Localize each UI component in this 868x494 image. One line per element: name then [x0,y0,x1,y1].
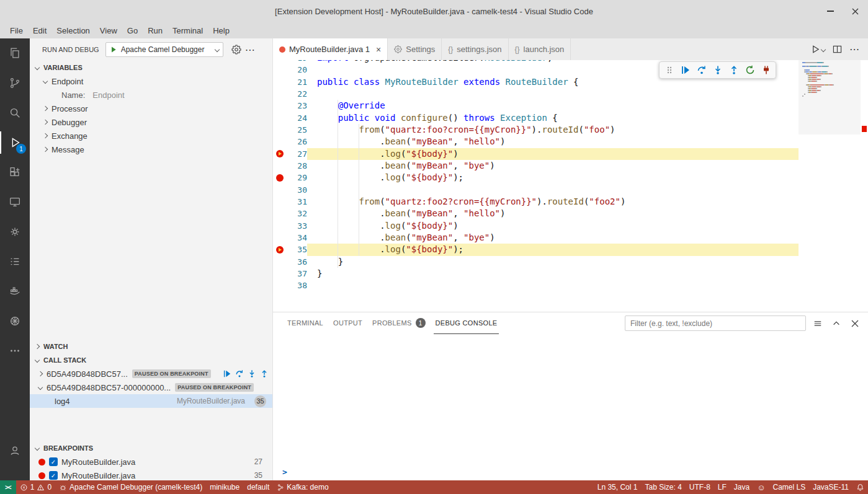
glyph-margin[interactable] [273,208,287,219]
editor-more-actions-icon[interactable]: ⋯ [849,43,859,55]
feedback-smiley-icon[interactable]: ☺ [753,480,769,494]
menu-file[interactable]: File [5,24,28,37]
console-filter-input[interactable] [625,315,806,331]
glyph-margin[interactable] [273,88,287,100]
continue-button[interactable] [678,63,692,77]
variable-debugger[interactable]: Debugger [30,115,272,129]
step-out-button[interactable] [727,63,741,77]
step-into-button[interactable] [710,63,725,77]
call-stack-frame[interactable]: 6D5A49D848DBC57... PAUSED ON BREAKPOINT [30,367,272,381]
start-debugging-icon[interactable] [110,46,117,53]
menu-run[interactable]: Run [143,24,168,37]
run-java-button[interactable] [811,45,825,54]
menu-edit[interactable]: Edit [28,24,51,37]
code-text[interactable]: } [307,256,799,268]
code-text[interactable]: .log("${body}"); [307,172,799,183]
call-stack-section-header[interactable]: CALL STACK [30,353,272,367]
code-line[interactable]: 25 from("quartz:foo?cron={{myCron}}").ro… [273,124,799,136]
breakpoint-checkbox[interactable]: ✓ [49,471,58,480]
remote-explorer-icon[interactable] [0,187,30,217]
glyph-margin[interactable] [273,112,287,124]
code-text[interactable]: public void configure() throws Exception… [307,112,799,124]
problems-status[interactable]: 1 0 [16,480,55,494]
console-options-icon[interactable] [811,317,825,330]
kubernetes-icon[interactable] [0,306,30,336]
code-line[interactable]: 34 .bean("myBean", "bye") [273,232,799,244]
console-prompt-chevron[interactable]: > [282,467,287,477]
close-button[interactable] [847,3,863,19]
menu-view[interactable]: View [95,24,122,37]
breakpoints-section-header[interactable]: BREAKPOINTS [30,441,272,455]
variable-message[interactable]: Message [30,143,272,156]
glyph-margin[interactable] [273,160,287,172]
close-tab-icon[interactable]: × [376,45,381,54]
camel-tools-icon[interactable] [0,217,30,247]
paused-breakpoint-icon[interactable] [273,244,287,255]
breakpoint-item[interactable]: ✓ MyRouteBuilder.java 35 [30,469,272,480]
continue-icon[interactable] [223,369,231,378]
code-line[interactable]: 27 .log("${body}") [273,148,799,160]
tab-output[interactable]: OUTPUT [331,312,364,334]
code-line[interactable]: 30 [273,184,799,196]
breakpoint-item[interactable]: ✓ MyRouteBuilder.java 27 [30,455,272,469]
code-text[interactable] [307,280,799,291]
paused-breakpoint-icon[interactable] [273,148,287,160]
code-line[interactable]: 35 .log("${body}"); [273,244,799,255]
variable-endpoint-name[interactable]: Name:Endpoint [30,88,272,102]
explorer-icon[interactable] [0,38,30,68]
kube-namespace-status[interactable]: default [243,480,273,494]
search-icon[interactable] [0,98,30,128]
watch-section-header[interactable]: WATCH [30,340,272,353]
more-views-icon[interactable] [0,336,30,366]
glyph-margin[interactable] [273,256,287,268]
glyph-margin[interactable] [273,184,287,196]
menu-go[interactable]: Go [122,24,143,37]
variables-section-header[interactable]: VARIABLES [30,61,272,74]
close-panel-icon[interactable] [848,317,862,330]
breakpoint-checkbox[interactable]: ✓ [49,457,58,466]
glyph-margin[interactable] [273,124,287,136]
code-line[interactable]: 33 .log("${body}") [273,220,799,232]
disconnect-button[interactable] [759,63,773,77]
eol-status[interactable]: LF [714,480,730,494]
minimize-button[interactable] [822,3,838,19]
restart-button[interactable] [743,63,757,77]
code-text[interactable]: .bean("myBean", "hello") [307,208,799,219]
code-text[interactable] [307,184,799,196]
tab-size-status[interactable]: Tab Size: 4 [641,480,685,494]
menu-terminal[interactable]: Terminal [168,24,208,37]
code-line[interactable]: 23 @Override [273,100,799,112]
code-line[interactable]: 37} [273,268,799,280]
code-text[interactable]: .log("${body}") [307,148,799,160]
step-over-button[interactable] [694,63,709,77]
code-text[interactable] [307,88,799,100]
variable-processor[interactable]: Processor [30,102,272,115]
notifications-bell-icon[interactable] [852,480,868,494]
minimap[interactable] [799,60,861,312]
step-over-icon[interactable] [235,369,244,378]
run-and-debug-icon[interactable]: 1 [0,128,30,157]
jdk-status[interactable]: JavaSE-11 [809,480,852,494]
code-text[interactable]: .log("${body}"); [307,244,799,255]
glyph-margin[interactable] [273,280,287,291]
code-text[interactable]: from("quartz:foo2?cron={{myCron}}").rout… [307,196,799,208]
account-icon[interactable] [0,436,30,465]
kube-context-status[interactable]: minikube [206,480,243,494]
code-line[interactable]: 28 .bean("myBean", "bye") [273,160,799,172]
variable-exchange[interactable]: Exchange [30,129,272,143]
toolbar-grip[interactable] [662,63,676,77]
code-line[interactable]: 31 from("quartz:foo2?cron={{myCron}}").r… [273,196,799,208]
code-text[interactable]: .log("${body}") [307,220,799,232]
code-line[interactable]: 38 [273,280,799,291]
split-editor-icon[interactable] [833,45,842,54]
extensions-icon[interactable] [0,157,30,187]
tab-terminal[interactable]: TERMINAL [285,312,325,334]
step-out-icon[interactable] [260,369,269,378]
tab-settings[interactable]: Settings [388,38,442,60]
views-more-icon[interactable]: ⋯ [243,43,257,56]
menu-selection[interactable]: Selection [51,24,94,37]
maximize-panel-icon[interactable] [830,317,843,330]
code-text[interactable]: } [307,268,799,280]
registries-icon[interactable] [0,247,30,276]
docker-icon[interactable] [0,276,30,306]
